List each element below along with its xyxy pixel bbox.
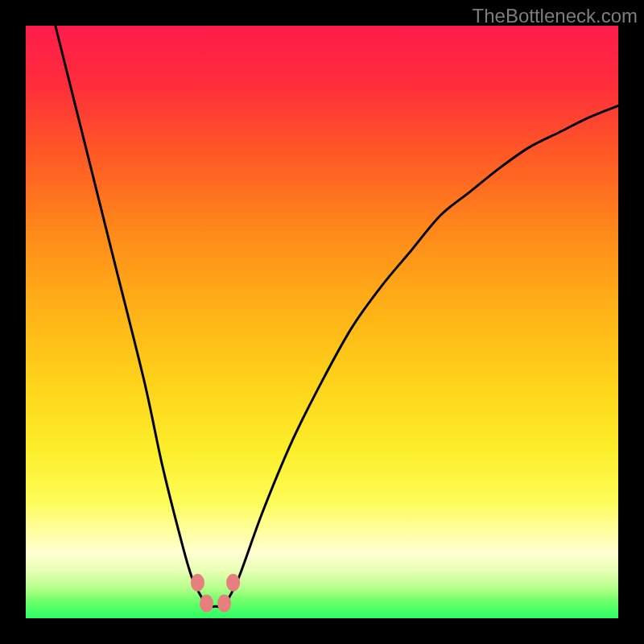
plot-area [26,26,618,618]
background-gradient [26,26,618,618]
chart-frame [26,26,618,618]
watermark-text: TheBottleneck.com [473,5,638,27]
svg-rect-0 [26,26,618,618]
